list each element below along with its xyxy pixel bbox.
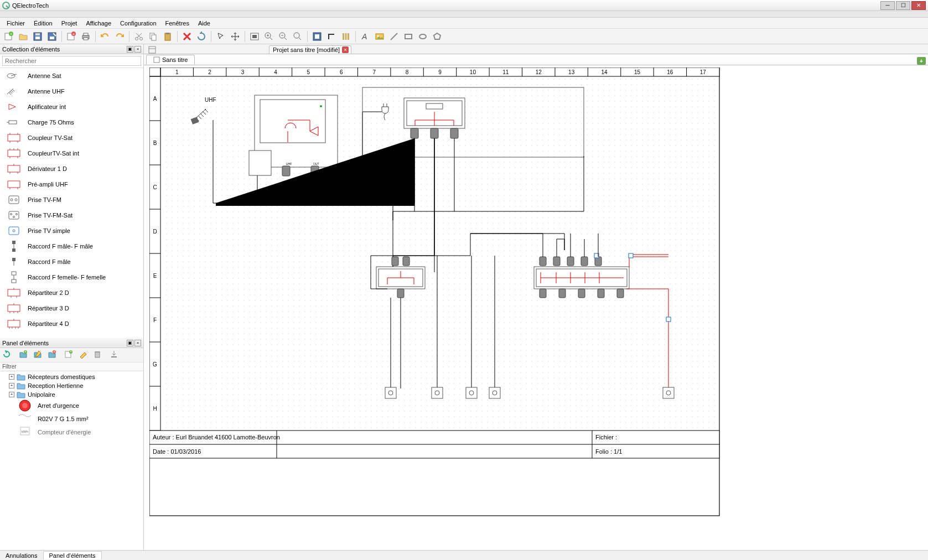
tree-item[interactable]: kWhCompteur d'énergie (2, 426, 141, 439)
load-icon (4, 116, 23, 129)
list-item[interactable]: Prise TV-FM-Sat (0, 208, 143, 223)
tree-item[interactable]: +Reception Hertienne (2, 381, 141, 390)
list-item[interactable]: Aplificateur int (0, 99, 143, 115)
bottom-tab-undo[interactable]: Annulations (0, 552, 44, 559)
menu-edition[interactable]: Édition (29, 19, 57, 28)
list-item[interactable]: Prise TV-FM (0, 192, 143, 208)
elements-list[interactable]: Antenne Sat Antenne UHF Aplificateur int… (0, 68, 143, 338)
maximize-button[interactable]: ☐ (896, 1, 910, 10)
add-folio-button[interactable]: + (917, 57, 926, 65)
angle-tool[interactable] (325, 30, 338, 43)
expand-icon[interactable]: + (9, 383, 14, 388)
copy-button[interactable] (147, 30, 160, 43)
expand-icon[interactable]: + (9, 392, 14, 397)
polygon-tool[interactable] (431, 30, 444, 43)
delete-button[interactable] (180, 30, 194, 43)
fit-page-button[interactable] (248, 30, 261, 43)
list-item[interactable]: Raccord F femelle- F femelle (0, 269, 143, 285)
menu-fichier[interactable]: Fichier (2, 19, 29, 28)
menu-aide[interactable]: Aide (194, 19, 215, 28)
list-item[interactable]: Coupleur TV-Sat (0, 130, 143, 146)
minimize-button[interactable]: ─ (880, 1, 895, 10)
print-button[interactable] (79, 30, 92, 43)
rect-tool[interactable] (402, 30, 415, 43)
zoom-out-button[interactable] (277, 30, 290, 43)
app-title: QElectroTech (12, 2, 880, 9)
delete-folder-button[interactable]: × (48, 350, 60, 361)
tree-item[interactable]: Arret d'urgence (2, 399, 141, 412)
bottom-tab-panel[interactable]: Panel d'éléments (44, 551, 102, 559)
svg-rect-67 (111, 356, 117, 357)
move-tool[interactable] (229, 30, 242, 43)
conductor-tool[interactable] (310, 30, 324, 43)
redo-button[interactable] (113, 30, 126, 43)
svg-point-35 (419, 34, 426, 39)
edit-element-button[interactable] (79, 350, 91, 361)
list-item[interactable]: Répartiteur 4 D (0, 316, 143, 331)
folio-tab[interactable]: Sans titre (146, 55, 195, 65)
svg-point-141 (320, 105, 322, 107)
menu-projet[interactable]: Projet (57, 19, 82, 28)
panel-close-button[interactable]: × (134, 46, 141, 53)
tab-close-icon[interactable]: × (342, 46, 349, 53)
svg-rect-18 (152, 35, 156, 40)
svg-rect-20 (166, 33, 169, 34)
close-button[interactable]: ✕ (911, 1, 926, 10)
list-item[interactable]: Antenne Sat (0, 68, 143, 84)
paste-button[interactable] (161, 30, 174, 43)
list-item[interactable]: Antenne UHF (0, 84, 143, 99)
menu-fenetres[interactable]: Fenêtres (161, 19, 194, 28)
svg-rect-37 (9, 121, 17, 124)
new-project-button[interactable]: + (2, 30, 15, 43)
elements-tree[interactable]: +Récepteurs domestiques +Reception Herti… (0, 371, 143, 550)
list-item[interactable]: Prise TV simple (0, 223, 143, 238)
save-button[interactable] (31, 30, 44, 43)
undo-button[interactable] (98, 30, 112, 43)
new-element-button[interactable]: + (64, 350, 76, 361)
list-item[interactable]: Dérivateur 1 D (0, 161, 143, 177)
list-item[interactable]: Répartiteur 2 D (0, 285, 143, 300)
save-as-button[interactable] (45, 30, 59, 43)
refresh-button[interactable] (2, 350, 14, 361)
zoom-reset-button[interactable] (291, 30, 304, 43)
menu-affichage[interactable]: Affichage (81, 19, 116, 28)
tree-item[interactable]: +Unipolaire (2, 390, 141, 399)
project-tab-strip: Projet sans titre [modifié] × (144, 44, 928, 54)
import-button[interactable] (110, 350, 122, 361)
tab-list-icon[interactable] (148, 46, 156, 54)
menu-configuration[interactable]: Configuration (116, 19, 160, 28)
close-file-button[interactable]: × (65, 30, 78, 43)
new-folder-button[interactable]: + (19, 350, 31, 361)
list-item[interactable]: Charge 75 Ohms (0, 115, 143, 130)
project-tab[interactable]: Projet sans titre [modifié] × (269, 45, 351, 54)
panel2-close-button[interactable]: × (134, 340, 141, 346)
expand-icon[interactable]: + (9, 374, 14, 380)
columns-tool[interactable] (339, 30, 352, 43)
edit-folder-button[interactable] (33, 350, 45, 361)
drawing-canvas[interactable]: 1234567891011121314151617 ABCDEFGH Auteu… (144, 65, 928, 550)
tree-item[interactable]: +Récepteurs domestiques (2, 372, 141, 381)
list-item[interactable]: Raccord F mâle- F mâle (0, 238, 143, 254)
panel-float-button[interactable]: ▣ (127, 46, 133, 53)
list-item[interactable]: Raccord F mâle (0, 254, 143, 269)
svg-text:6: 6 (340, 69, 343, 75)
delete-element-button[interactable] (93, 350, 105, 361)
line-tool[interactable] (387, 30, 401, 43)
rotate-button[interactable] (195, 30, 208, 43)
list-item[interactable]: Pré-ampli UHF (0, 177, 143, 192)
open-button[interactable] (17, 30, 30, 43)
svg-text:E: E (153, 273, 157, 279)
panel2-float-button[interactable]: ▣ (127, 340, 133, 346)
text-tool[interactable]: A (359, 30, 372, 43)
select-tool[interactable] (214, 30, 227, 43)
list-item[interactable]: Répartiteur 3 D (0, 300, 143, 316)
project-tab-title: Projet sans titre [modifié] (273, 46, 340, 53)
svg-rect-30 (348, 33, 349, 40)
zoom-in-button[interactable] (262, 30, 276, 43)
search-input[interactable] (2, 56, 141, 66)
cut-button[interactable] (132, 30, 146, 43)
list-item[interactable]: CoupleurTV-Sat int (0, 146, 143, 161)
tree-item[interactable]: R02V 7 G 1.5 mm² (2, 412, 141, 426)
image-tool[interactable] (373, 30, 386, 43)
ellipse-tool[interactable] (416, 30, 429, 43)
